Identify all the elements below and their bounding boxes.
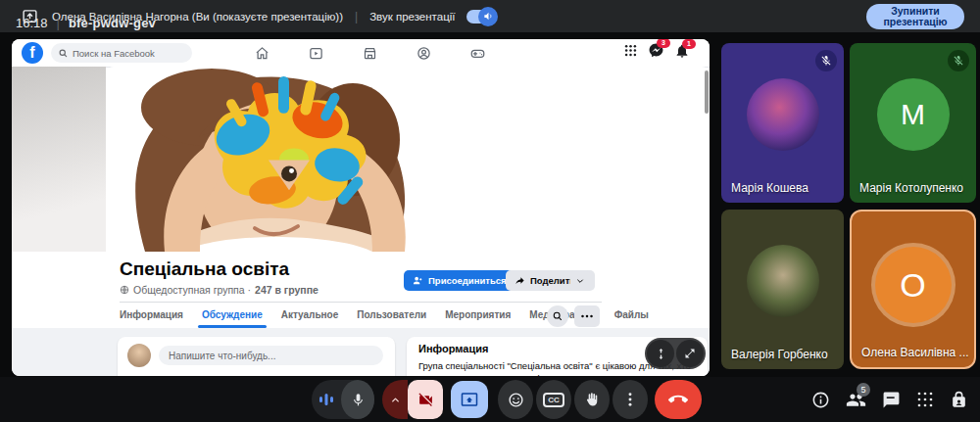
lock-person-icon — [950, 391, 968, 409]
avatar — [747, 245, 819, 317]
facebook-search-placeholder: Поиск на Facebook — [73, 48, 155, 59]
presentation-sound-toggle[interactable] — [466, 10, 496, 23]
captions-button[interactable]: CC — [536, 380, 571, 419]
group-member-count: 247 в группе — [255, 284, 318, 296]
composer-avatar — [127, 344, 151, 367]
share-overlay-controls — [645, 338, 706, 369]
group-content-area: Напишите что-нибудь... Информация Група … — [12, 328, 710, 376]
avatar-initial: M — [877, 78, 950, 151]
end-call-button[interactable] — [655, 380, 702, 419]
facebook-header-actions: 3 1 — [623, 42, 700, 59]
arrows-up-down-icon — [655, 348, 667, 360]
show-participants-button[interactable]: 5 — [846, 390, 866, 410]
camera-options-chevron[interactable] — [382, 380, 408, 419]
camera-control-group — [382, 380, 443, 419]
microphone-button[interactable] — [312, 380, 374, 419]
meeting-code: bfe-pwdw-gev — [69, 16, 156, 30]
notifications-bell-icon: 1 — [674, 43, 690, 59]
topbar-separator: | — [355, 10, 358, 23]
group-search-button — [547, 305, 568, 327]
chevron-down-icon — [576, 276, 584, 286]
globe-icon — [120, 285, 129, 295]
apps-grid-icon — [623, 43, 638, 58]
facebook-nav — [242, 39, 497, 67]
group-meta: Общедоступная группа · 247 в группе — [120, 284, 318, 296]
expand-shared-screen-button[interactable] — [676, 340, 704, 367]
meet-right-panel-buttons: 5 — [811, 377, 968, 422]
participant-name: Валерія Горбенко — [731, 348, 828, 361]
participant-tile-valeria-gorbenko[interactable]: Валерія Горбенко — [721, 210, 844, 369]
speaker-icon — [478, 7, 498, 26]
clock-time: 16:18 — [16, 16, 48, 30]
messenger-badge: 3 — [657, 39, 670, 48]
more-options-button[interactable] — [612, 380, 648, 419]
mic-off-icon — [815, 50, 837, 71]
facebook-logo: f — [22, 42, 43, 64]
groups-icon — [404, 46, 443, 61]
tab-information: Информация — [120, 303, 183, 328]
present-screen-icon — [461, 391, 478, 408]
apps-grid-icon — [916, 391, 934, 408]
expand-icon — [684, 348, 696, 359]
chat-button[interactable] — [882, 391, 901, 409]
cc-icon: CC — [543, 393, 564, 407]
participant-tile-maria-kotolupenko[interactable]: M Марія Котолупенко — [850, 43, 976, 203]
participant-name: Олена Василівна ... — [861, 346, 969, 359]
present-screen-button[interactable] — [451, 381, 488, 418]
vertical-dots-icon — [628, 392, 632, 407]
participant-tile-maria-kosheva[interactable]: Марія Кошева — [721, 43, 844, 203]
post-composer-card: Напишите что-нибудь... — [118, 337, 395, 376]
marketplace-icon — [350, 46, 389, 61]
camera-off-icon — [417, 392, 434, 408]
group-tabs: Информация Обсуждение Актуальное Пользов… — [120, 303, 649, 328]
reactions-button[interactable] — [498, 380, 533, 419]
search-icon — [59, 49, 68, 58]
search-icon — [553, 311, 563, 321]
notifications-badge: 1 — [682, 39, 696, 49]
tab-members: Пользователи — [357, 303, 426, 328]
presentation-sound-label: Звук презентації — [369, 11, 455, 23]
call-end-icon — [668, 390, 688, 409]
group-cover-photo — [106, 67, 710, 252]
scroll-shared-screen-button[interactable] — [647, 340, 674, 367]
activities-button[interactable] — [916, 391, 934, 408]
separator: | — [57, 16, 60, 30]
group-more-button — [574, 305, 600, 327]
raised-hand-icon — [584, 392, 600, 407]
page-scrollbar-thumb — [705, 70, 709, 114]
camera-off-button[interactable] — [408, 380, 443, 419]
meeting-details-button[interactable] — [811, 391, 830, 409]
composer-input: Напишите что-нибудь... — [159, 346, 383, 365]
chat-icon — [882, 391, 901, 409]
participant-tile-olena-vasylivna-speaking[interactable]: O Олена Василівна ... — [850, 210, 976, 369]
participant-name: Марія Котолупенко — [859, 181, 963, 195]
audio-level-indicator — [312, 392, 341, 407]
participant-name: Марія Кошева — [731, 181, 808, 195]
shared-screen-facebook: f Поиск на Facebook 3 1 — [12, 39, 710, 376]
tab-discussion: Обсуждение — [202, 303, 263, 328]
mic-icon — [341, 380, 374, 419]
facebook-search-input: Поиск на Facebook — [51, 43, 192, 63]
watch-icon — [296, 46, 335, 61]
group-title: Спеціальна освіта — [120, 258, 289, 280]
messenger-icon: 3 — [648, 42, 664, 59]
tab-featured: Актуальное — [281, 303, 339, 328]
avatar-initial: O — [875, 247, 952, 323]
chevron-up-icon — [390, 395, 401, 405]
host-controls-button[interactable] — [950, 391, 968, 409]
avatar — [747, 78, 819, 151]
share-arrow-icon — [514, 275, 525, 286]
person-add-icon — [413, 275, 423, 286]
participant-count-badge: 5 — [857, 383, 870, 397]
stop-presentation-button[interactable]: Зупинити презентацію — [866, 4, 964, 29]
raise-hand-button[interactable] — [574, 380, 610, 419]
group-more-chevron-button — [570, 270, 590, 291]
gaming-icon — [458, 46, 497, 61]
cover-photo-side-gradient — [12, 67, 106, 252]
ellipsis-icon — [581, 314, 593, 318]
home-icon — [242, 46, 281, 61]
tab-files: Файлы — [614, 303, 649, 328]
group-privacy: Общедоступная группа · — [133, 284, 251, 296]
meet-window: Олена Василівна Нагорна (Ви (показуєте п… — [0, 0, 980, 422]
tab-events: Мероприятия — [445, 303, 511, 328]
